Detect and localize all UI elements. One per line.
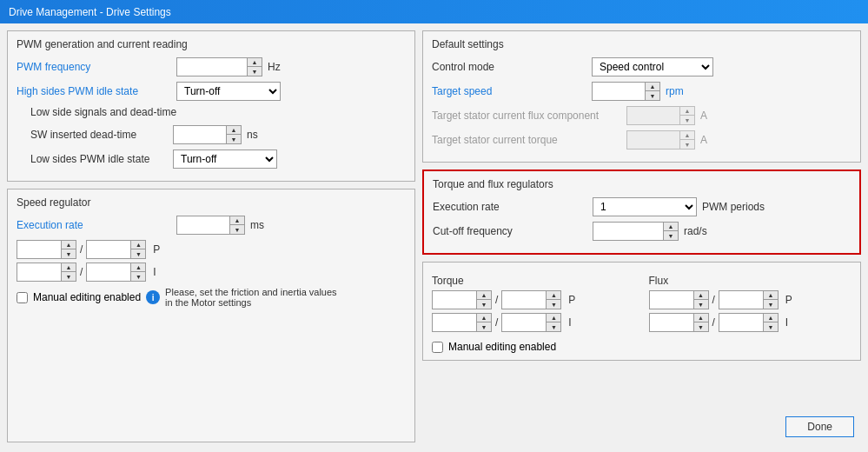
cutoff-freq-down[interactable]: ▼ xyxy=(664,231,678,240)
target-speed-unit: rpm xyxy=(666,85,684,97)
torque-p-num-spinner[interactable]: 3009 ▲ ▼ xyxy=(432,290,492,309)
target-torque-up: ▲ xyxy=(680,131,694,140)
target-speed-spinner[interactable]: 47 ▲ ▼ xyxy=(592,82,660,101)
target-flux-spinner: 0.00 ▲ ▼ xyxy=(626,106,695,125)
torque-p-num-up[interactable]: ▲ xyxy=(477,291,491,300)
tf-manual-edit-checkbox[interactable] xyxy=(432,342,443,353)
torque-i-den-up[interactable]: ▲ xyxy=(547,314,560,322)
low-side-idle-label: Low sides PWM idle state xyxy=(30,153,169,165)
default-settings-title: Default settings xyxy=(432,38,851,50)
torque-p-den-up[interactable]: ▲ xyxy=(547,291,560,300)
torque-p-den-spinner[interactable]: 512 ▲ ▼ xyxy=(501,290,561,309)
sw-dead-time-up[interactable]: ▲ xyxy=(227,126,241,135)
speed-p-den-spinner[interactable]: 256 ▲ ▼ xyxy=(86,240,146,259)
speed-i-num-spinner[interactable]: 495 ▲ ▼ xyxy=(17,263,76,282)
pwm-frequency-up[interactable]: ▲ xyxy=(248,58,262,67)
tf-exec-rate-select[interactable]: 1 2 4 8 xyxy=(593,197,697,216)
torque-p-den-input[interactable]: 512 xyxy=(502,291,546,309)
flux-p-den-input[interactable]: 512 xyxy=(719,291,763,309)
target-speed-label: Target speed xyxy=(432,85,588,97)
flux-p-num-input[interactable]: 3009 xyxy=(650,291,693,309)
flux-p-num-up[interactable]: ▲ xyxy=(694,291,708,300)
speed-exec-rate-label: Execution rate xyxy=(17,219,173,231)
flux-i-num-spinner[interactable]: 3135 ▲ ▼ xyxy=(649,313,709,332)
flux-p-num-down[interactable]: ▼ xyxy=(694,300,708,309)
flux-p-den-spinner[interactable]: 512 ▲ ▼ xyxy=(719,290,779,309)
speed-exec-rate-spinner[interactable]: 1.0 ▲ ▼ xyxy=(176,216,245,235)
flux-section: Flux 3009 ▲ ▼ / 512 xyxy=(649,275,852,336)
flux-p-den-up[interactable]: ▲ xyxy=(764,291,778,300)
flux-i-den-input[interactable]: 8192 xyxy=(719,314,763,331)
speed-p-den-input[interactable]: 256 xyxy=(87,241,130,258)
speed-manual-edit-checkbox[interactable] xyxy=(17,292,28,303)
target-speed-up[interactable]: ▲ xyxy=(646,83,659,91)
flux-i-num-up[interactable]: ▲ xyxy=(694,314,708,322)
done-button[interactable]: Done xyxy=(785,416,854,437)
speed-i-den-down[interactable]: ▼ xyxy=(131,272,145,281)
speed-i-den-input[interactable]: 16384 xyxy=(87,263,130,281)
torque-label: Torque xyxy=(432,275,635,287)
sw-dead-time-spinner[interactable]: 800 ▲ ▼ xyxy=(173,125,242,144)
high-side-idle-select[interactable]: Turn-off Turn-on xyxy=(176,82,281,101)
dead-time-title: Low side signals and dead-time xyxy=(30,106,406,118)
flux-i-num-down[interactable]: ▼ xyxy=(694,322,708,331)
speed-exec-rate-down[interactable]: ▼ xyxy=(230,225,244,234)
cutoff-freq-input[interactable]: 2000 xyxy=(593,223,663,240)
sw-dead-time-row: SW inserted dead-time 800 ▲ ▼ ns xyxy=(30,125,406,144)
flux-i-den-spinner[interactable]: 8192 ▲ ▼ xyxy=(719,313,779,332)
torque-p-num-input[interactable]: 3009 xyxy=(433,291,476,309)
tf-exec-rate-unit: PWM periods xyxy=(702,201,765,213)
pwm-frequency-unit: Hz xyxy=(268,61,281,73)
pwm-frequency-spinner[interactable]: 16000 ▲ ▼ xyxy=(176,57,262,76)
speed-p-den-down[interactable]: ▼ xyxy=(131,249,145,258)
control-mode-select[interactable]: Speed control Torque control Position co… xyxy=(592,57,713,76)
target-speed-input[interactable]: 47 xyxy=(593,83,645,100)
dead-time-section: Low side signals and dead-time SW insert… xyxy=(30,106,406,169)
speed-i-num-up[interactable]: ▲ xyxy=(62,263,76,272)
flux-p-num-spinner[interactable]: 3009 ▲ ▼ xyxy=(649,290,709,309)
cutoff-freq-up[interactable]: ▲ xyxy=(664,223,678,231)
speed-i-den-spinner[interactable]: 16384 ▲ ▼ xyxy=(86,263,146,282)
speed-i-row: 495 ▲ ▼ / 16384 ▲ ▼ I xyxy=(17,263,406,282)
speed-i-num-input[interactable]: 495 xyxy=(17,263,61,281)
speed-p-num-spinner[interactable]: 2760 ▲ ▼ xyxy=(17,240,76,259)
speed-manual-edit-label: Manual editing enabled xyxy=(33,291,141,303)
flux-i-den-down[interactable]: ▼ xyxy=(764,322,778,331)
flux-i-den-up[interactable]: ▲ xyxy=(764,314,778,322)
torque-i-num-input[interactable]: 3135 xyxy=(433,314,476,331)
torque-p-den-down[interactable]: ▼ xyxy=(547,300,560,309)
speed-exec-rate-row: Execution rate 1.0 ▲ ▼ ms xyxy=(17,216,406,235)
speed-info-icon[interactable]: i xyxy=(146,290,160,304)
speed-p-num-up[interactable]: ▲ xyxy=(62,241,76,249)
sw-dead-time-down[interactable]: ▼ xyxy=(227,135,241,143)
torque-i-num-up[interactable]: ▲ xyxy=(477,314,491,322)
speed-exec-rate-input[interactable]: 1.0 xyxy=(177,216,229,234)
torque-i-den-spinner[interactable]: 8192 ▲ ▼ xyxy=(501,313,561,332)
default-settings-section: Default settings Control mode Speed cont… xyxy=(422,30,861,163)
sw-dead-time-label: SW inserted dead-time xyxy=(30,129,169,141)
torque-i-num-down[interactable]: ▼ xyxy=(477,322,491,331)
pwm-frequency-input[interactable]: 16000 xyxy=(177,58,247,76)
pwm-frequency-row: PWM frequency 16000 ▲ ▼ Hz xyxy=(17,57,406,76)
torque-i-den-down[interactable]: ▼ xyxy=(547,322,560,331)
cutoff-freq-spinner[interactable]: 2000 ▲ ▼ xyxy=(593,222,679,241)
torque-i-den-input[interactable]: 8192 xyxy=(502,314,546,331)
speed-i-den-up[interactable]: ▲ xyxy=(131,263,145,272)
flux-i-num-input[interactable]: 3135 xyxy=(650,314,693,331)
sw-dead-time-input[interactable]: 800 xyxy=(174,126,226,143)
torque-p-num-down[interactable]: ▼ xyxy=(477,300,491,309)
pwm-frequency-down[interactable]: ▼ xyxy=(248,67,262,76)
torque-i-num-spinner[interactable]: 3135 ▲ ▼ xyxy=(432,313,492,332)
speed-exec-rate-up[interactable]: ▲ xyxy=(230,216,244,225)
tf-manual-edit-label: Manual editing enabled xyxy=(448,341,556,353)
low-side-idle-select[interactable]: Turn-off Turn-on xyxy=(173,150,277,169)
cutoff-freq-row: Cut-off frequency 2000 ▲ ▼ rad/s xyxy=(433,222,851,241)
speed-i-num-down[interactable]: ▼ xyxy=(62,272,76,281)
speed-p-num-input[interactable]: 2760 xyxy=(17,241,61,258)
speed-p-den-up[interactable]: ▲ xyxy=(131,241,145,249)
target-speed-down[interactable]: ▼ xyxy=(646,91,659,100)
pwm-frequency-label: PWM frequency xyxy=(17,61,173,73)
flux-p-den-down[interactable]: ▼ xyxy=(764,300,778,309)
speed-p-num-down[interactable]: ▼ xyxy=(62,249,76,258)
target-torque-row: Target stator current torque 0.00 ▲ ▼ A xyxy=(432,130,851,150)
